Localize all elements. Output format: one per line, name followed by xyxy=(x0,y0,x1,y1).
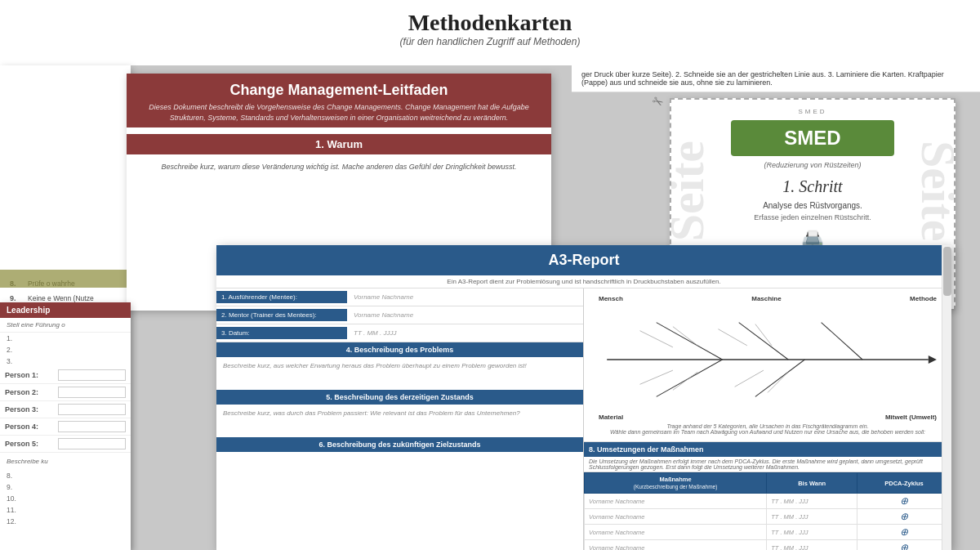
person-2-label: Person 2: xyxy=(5,388,58,396)
svg-line-12 xyxy=(673,372,697,390)
fishbone-label-mitwelt: Mitwelt (Umwelt) xyxy=(885,414,937,421)
scissors-icon: ✂ xyxy=(649,92,666,111)
list-item: 10. xyxy=(0,493,131,504)
change-doc-subtitle: Dieses Dokument beschreibt die Vorgehens… xyxy=(133,102,545,123)
a3-field-2-value[interactable]: Vorname Nachname xyxy=(347,309,420,321)
measures-pdca-4[interactable]: ⊕ xyxy=(858,540,951,551)
measures-name-2: Vorname Nachname xyxy=(585,509,767,525)
svg-line-13 xyxy=(735,370,764,387)
a3-field-3-label: 3. Datum: xyxy=(216,327,347,339)
fishbone-diagram xyxy=(590,302,945,417)
svg-line-9 xyxy=(718,329,746,346)
page-title: Methodenkarten xyxy=(0,10,980,36)
measures-section: 8. Umsetzungen der Maßnahmen Die Umsetzu… xyxy=(584,441,951,550)
a3-report: A3-Report Ein A3-Report dient zur Proble… xyxy=(216,245,951,550)
svg-line-2 xyxy=(657,323,723,360)
person-row-5: Person 5: xyxy=(0,436,131,453)
person-1-input[interactable] xyxy=(58,369,126,381)
table-row: Vorname Nachname TT . MM . JJJ ⊕ xyxy=(585,509,951,525)
a3-field-2-label: 2. Mentor (Trainer des Mentees): xyxy=(216,309,347,321)
left-doc-highlight xyxy=(0,270,131,288)
scrollbar-thumb[interactable] xyxy=(943,247,951,296)
bottom-text: Beschreibe ku xyxy=(0,453,131,470)
measures-name-1: Vorname Nachname xyxy=(585,494,767,509)
person-row-3: Person 3: xyxy=(0,401,131,418)
person-2-input[interactable] xyxy=(58,387,126,398)
table-row: Vorname Nachname TT . MM . JJJ ⊕ xyxy=(585,525,951,540)
fishbone-label-methode: Methode xyxy=(910,295,937,302)
a3-section-5-body: Beschreibe kurz, was durch das Problem p… xyxy=(216,405,583,437)
measures-col-biswann: Bis Wann xyxy=(767,473,858,494)
measures-header: 8. Umsetzungen der Maßnahmen xyxy=(584,442,951,457)
a3-section-4-header: 4. Beschreibung des Problems xyxy=(216,342,583,357)
measures-date-2: TT . MM . JJJ xyxy=(767,509,858,525)
a3-section-6-body xyxy=(216,452,583,485)
svg-line-6 xyxy=(755,360,805,396)
fishbone-label-maschine: Maschine xyxy=(751,295,781,302)
svg-line-4 xyxy=(822,323,862,360)
measures-table: Maßnahme(Kurzbeschreibung der Maßnahme) … xyxy=(584,472,951,550)
measures-name-3: Vorname Nachname xyxy=(585,525,767,540)
instructions-area: ger Druck über kurze Seite). 2. Schneide… xyxy=(572,65,980,92)
page-container: Methodenkarten (für den handlichen Zugri… xyxy=(0,0,980,550)
change-doc-header: Change Management-Leitfaden Dieses Dokum… xyxy=(127,74,551,127)
smed-title: SMED xyxy=(731,120,894,156)
smed-step: 1. Schritt xyxy=(679,177,946,196)
measures-col-pdca: PDCA-Zyklus xyxy=(858,473,951,494)
a3-section-4-body: Beschreibe kurz, aus welcher Erwartung h… xyxy=(216,357,583,390)
a3-section-5-header: 5. Beschreibung des derzeitigen Zustands xyxy=(216,390,583,405)
measures-pdca-2[interactable]: ⊕ xyxy=(858,509,951,525)
a3-section-6-header: 6. Beschreibung des zukünftigen Zielzust… xyxy=(216,437,583,452)
list-item: 11. xyxy=(0,504,131,516)
a3-report-subtitle: Ein A3-Report dient zur Problemlösung un… xyxy=(216,275,951,288)
person-row-4: Person 4: xyxy=(0,418,131,436)
table-row: Vorname Nachname TT . MM . JJJ ⊕ xyxy=(585,540,951,551)
a3-field-3-value[interactable]: TT . MM . JJJJ xyxy=(347,327,403,339)
fishbone-container: Mensch Maschine Methode xyxy=(584,288,951,441)
a3-content: 1. Ausführender (Mentee): Vorname Nachna… xyxy=(216,288,951,550)
svg-line-8 xyxy=(673,327,697,346)
measures-date-3: TT . MM . JJJ xyxy=(767,525,858,540)
a3-field-1-value[interactable]: Vorname Nachname xyxy=(347,291,420,303)
leadership-header: Leadership xyxy=(0,302,131,318)
list-item: 12. xyxy=(0,516,131,527)
fishbone-label-mensch: Mensch xyxy=(599,295,623,302)
a3-field-row-3: 3. Datum: TT . MM . JJJJ xyxy=(216,324,583,342)
smed-subtitle: (Reduzierung von Rüstzeiten) xyxy=(679,161,946,169)
svg-line-3 xyxy=(739,323,789,360)
change-section-1-body: Beschreibe kurz, warum diese Veränderung… xyxy=(127,154,551,179)
smed-side-left: Seite xyxy=(670,141,715,241)
list-item: 8. xyxy=(0,470,131,481)
svg-marker-1 xyxy=(929,355,937,364)
table-row: Vorname Nachname TT . MM . JJJ ⊕ xyxy=(585,494,951,509)
fishbone-desc: Trage anhand der 5 Kategorien, alle Ursa… xyxy=(590,423,945,435)
svg-line-10 xyxy=(755,324,772,346)
fishbone-top-labels: Mensch Maschine Methode xyxy=(590,295,945,302)
measures-name-4: Vorname Nachname xyxy=(585,540,767,551)
smed-side-right: Seite xyxy=(910,141,956,241)
svg-line-11 xyxy=(640,370,673,384)
person-row-1: Person 1: xyxy=(0,367,131,384)
list-item: 3. xyxy=(0,355,131,367)
measures-sub: Die Umsetzung der Maßnahmen erfolgt imme… xyxy=(584,457,951,472)
measures-date-1: TT . MM . JJJ xyxy=(767,494,858,509)
page-subtitle: (für den handlichen Zugriff auf Methoden… xyxy=(0,36,980,47)
left-doc-persons: Leadership Stell eine Führung o 1. 2. 3.… xyxy=(0,302,131,550)
person-4-input[interactable] xyxy=(58,421,126,432)
scrollbar[interactable] xyxy=(942,245,951,550)
person-5-input[interactable] xyxy=(58,438,126,449)
list-item: 1. xyxy=(0,333,131,344)
measures-pdca-1[interactable]: ⊕ xyxy=(858,494,951,509)
a3-report-title: A3-Report xyxy=(216,245,951,275)
title-area: Methodenkarten (für den handlichen Zugri… xyxy=(0,0,980,65)
svg-line-7 xyxy=(640,331,673,347)
person-3-input[interactable] xyxy=(58,404,126,415)
change-doc-title: Change Management-Leitfaden xyxy=(133,82,545,99)
instructions-text: ger Druck über kurze Seite). 2. Schneide… xyxy=(581,70,944,87)
leadership-desc: Stell eine Führung o xyxy=(0,318,131,333)
smed-step-desc: Erfasse jeden einzelnen Rüstschritt. xyxy=(679,213,946,221)
change-section-1-header: 1. Warum xyxy=(127,134,551,154)
person-row-2: Person 2: xyxy=(0,384,131,401)
measures-pdca-3[interactable]: ⊕ xyxy=(858,525,951,540)
a3-field-row-1: 1. Ausführender (Mentee): Vorname Nachna… xyxy=(216,288,583,306)
